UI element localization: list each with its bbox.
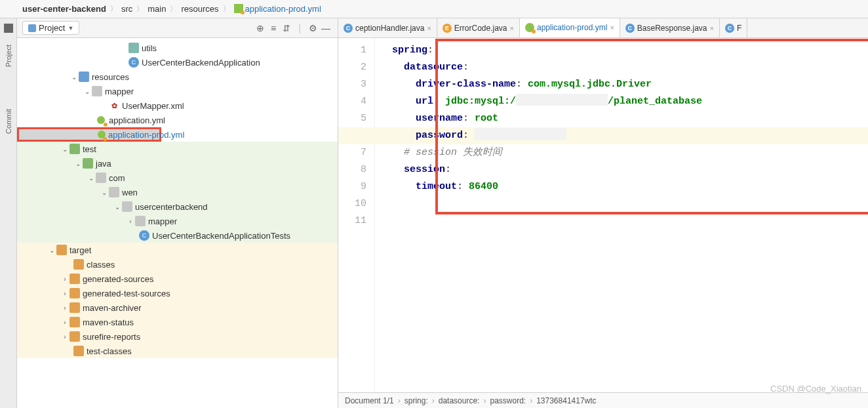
tree-node[interactable]: ⌄resources xyxy=(17,70,338,84)
folder-icon xyxy=(56,245,67,255)
tree-node[interactable]: ›maven-archiver xyxy=(17,300,338,315)
tree-node[interactable]: application.yml xyxy=(17,113,338,127)
commit-tool-label[interactable]: Commit xyxy=(3,105,14,138)
editor-tabs: CceptionHandler.java× EErrorCode.java× a… xyxy=(338,18,868,38)
close-icon[interactable]: × xyxy=(510,24,514,32)
tree-node[interactable]: ›maven-status xyxy=(17,315,338,329)
gutter: 1234567891011 xyxy=(338,38,375,392)
chevron-right-icon[interactable]: › xyxy=(60,290,69,297)
collapse-icon[interactable]: ⇵ xyxy=(280,22,293,35)
status-crumb[interactable]: spring: xyxy=(404,396,428,405)
project-view-selector[interactable]: Project ▼ xyxy=(22,21,79,35)
dropdown-icon: ▼ xyxy=(68,25,73,31)
editor-area: CceptionHandler.java× EErrorCode.java× a… xyxy=(338,18,868,408)
chevron-down-icon[interactable]: ⌄ xyxy=(113,203,122,211)
crumb-file[interactable]: application-prod.yml xyxy=(231,4,324,14)
gear-icon[interactable]: ⚙ xyxy=(306,22,319,35)
breadcrumb-bar: user-center-backend 〉 src 〉 main 〉 resou… xyxy=(0,0,868,18)
yml-icon xyxy=(98,129,106,140)
chevron-down-icon[interactable]: ⌄ xyxy=(83,88,92,95)
crumb-main[interactable]: main xyxy=(145,4,168,14)
folder-icon xyxy=(69,274,80,284)
tool-window-stripe: Project Commit xyxy=(0,18,17,408)
chevron-right-icon[interactable]: › xyxy=(60,275,69,283)
crumb-src[interactable]: src xyxy=(119,4,135,14)
close-icon[interactable]: × xyxy=(610,24,614,31)
chevron-down-icon[interactable]: ⌄ xyxy=(47,247,56,254)
tab-base-response[interactable]: CBaseResponse.java× xyxy=(620,18,720,37)
java-icon: C xyxy=(344,24,353,33)
java-icon: E xyxy=(443,24,452,33)
code-editor[interactable]: 1234567891011 spring: datasource: driver… xyxy=(338,38,868,392)
java-icon: C xyxy=(725,24,734,33)
tree-node[interactable]: ⌄java xyxy=(17,156,338,171)
status-doc: Document 1/1 xyxy=(345,396,394,405)
tree-node[interactable]: ⌄com xyxy=(17,171,338,185)
folder-icon xyxy=(128,43,139,53)
tab-partial[interactable]: CF xyxy=(720,18,747,37)
folder-icon xyxy=(135,216,146,226)
status-crumb[interactable]: datasource: xyxy=(439,396,480,405)
status-crumb[interactable]: password: xyxy=(490,396,526,405)
chevron-right-icon[interactable]: › xyxy=(60,333,69,340)
chevron-right-icon[interactable]: › xyxy=(60,319,69,326)
tree-node[interactable]: ✿UserMapper.xml xyxy=(17,98,338,113)
tree-node[interactable]: classes xyxy=(17,257,338,272)
marker-gutter xyxy=(375,38,388,392)
chevron-down-icon[interactable]: ⌄ xyxy=(87,174,96,182)
status-bar: Document 1/1 › spring: › datasource: › p… xyxy=(338,392,868,408)
crumb-resources[interactable]: resources xyxy=(178,4,221,14)
hide-icon[interactable]: — xyxy=(319,22,332,35)
tree-node[interactable]: ⌄wen xyxy=(17,185,338,199)
expand-icon[interactable]: ≡ xyxy=(267,22,280,35)
status-crumb[interactable]: 13736841417wtc xyxy=(536,396,596,405)
folder-icon xyxy=(83,158,93,169)
redacted-password xyxy=(475,128,566,140)
chevron-down-icon[interactable]: ⌄ xyxy=(69,73,79,81)
close-icon[interactable]: × xyxy=(710,24,714,32)
folder-icon xyxy=(69,317,80,327)
tree-node[interactable]: CUserCenterBackendApplication xyxy=(17,55,338,70)
tree-node[interactable]: test-classes xyxy=(17,344,338,358)
folder-icon xyxy=(73,259,84,270)
project-tool-label[interactable]: Project xyxy=(3,41,14,71)
tree-node[interactable]: ⌄usercenterbackend xyxy=(17,199,338,214)
tree-node[interactable]: ›surefire-reports xyxy=(17,329,338,344)
tree-node[interactable]: ›mapper xyxy=(17,214,338,228)
yml-icon xyxy=(234,4,243,13)
crumb-sep: 〉 xyxy=(222,4,231,14)
java-icon: C xyxy=(625,24,635,33)
chevron-right-icon[interactable]: › xyxy=(126,218,135,225)
folder-icon xyxy=(92,86,102,96)
tree-node[interactable]: CUserCenterBackendApplicationTests xyxy=(17,228,338,243)
folder-icon xyxy=(69,302,80,313)
crumb-sep: 〉 xyxy=(168,4,178,14)
chevron-right-icon[interactable]: › xyxy=(60,304,69,312)
close-icon[interactable]: × xyxy=(427,24,431,32)
folder-icon xyxy=(79,71,89,82)
chevron-down-icon[interactable]: ⌄ xyxy=(73,160,83,167)
locate-icon[interactable]: ⊕ xyxy=(254,22,267,35)
project-tool-icon[interactable] xyxy=(4,24,13,33)
folder-icon xyxy=(109,187,119,197)
folder-icon xyxy=(122,201,132,212)
tree-node[interactable]: ›generated-sources xyxy=(17,272,338,286)
tab-application-prod[interactable]: application-prod.yml× xyxy=(520,18,620,38)
code-content[interactable]: spring: datasource: driver-class-name: c… xyxy=(388,38,868,392)
crumb-root[interactable]: user-center-backend xyxy=(20,4,109,14)
tab-exception-handler[interactable]: CceptionHandler.java× xyxy=(338,18,437,37)
tree-node[interactable]: ⌄mapper xyxy=(17,84,338,98)
tab-error-code[interactable]: EErrorCode.java× xyxy=(437,18,520,37)
tree-node[interactable]: ⌄test xyxy=(17,142,338,156)
tree-node[interactable]: utils xyxy=(17,41,338,55)
chevron-down-icon[interactable]: ⌄ xyxy=(100,189,109,196)
xml-icon: ✿ xyxy=(109,100,119,111)
project-tree[interactable]: utils CUserCenterBackendApplication ⌄res… xyxy=(17,38,338,408)
folder-icon xyxy=(69,288,80,298)
chevron-down-icon[interactable]: ⌄ xyxy=(60,146,69,153)
tree-node[interactable]: ⌄target xyxy=(17,243,338,257)
tree-node[interactable]: ›generated-test-sources xyxy=(17,286,338,300)
folder-icon xyxy=(73,346,84,356)
project-panel: Project ▼ ⊕ ≡ ⇵ | ⚙ — utils CUserCenterB… xyxy=(17,18,338,408)
tree-node-selected[interactable]: application-prod.yml xyxy=(17,127,161,142)
